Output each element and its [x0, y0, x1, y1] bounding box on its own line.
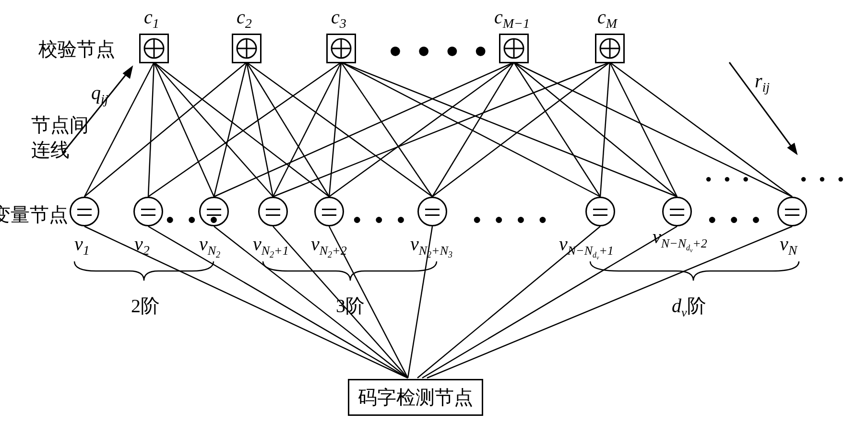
- svg-line-19: [514, 62, 600, 197]
- group-label-1: 2阶: [131, 293, 160, 319]
- check-node-label-4: cM−1: [494, 6, 530, 31]
- svg-line-2: [154, 62, 214, 197]
- svg-line-17: [329, 62, 514, 197]
- svg-line-14: [341, 62, 600, 197]
- check-node-4: [499, 34, 529, 63]
- check-node-label-2: c2: [237, 6, 252, 31]
- svg-line-15: [341, 62, 677, 197]
- check-node-5: [595, 34, 625, 63]
- svg-line-22: [273, 62, 610, 197]
- var-node-label-3: vN2: [199, 233, 220, 260]
- dots-var-1: ● ● ●: [166, 211, 223, 227]
- var-node-label-7: vN−Ndv+1: [559, 233, 614, 261]
- var-node-2: [133, 197, 163, 226]
- q-ij-label: qij: [91, 82, 108, 107]
- svg-line-34: [422, 226, 677, 378]
- var-node-6: [417, 197, 447, 226]
- dots-var-2: ● ● ●: [353, 211, 410, 227]
- var-node-4: [258, 197, 288, 226]
- svg-line-3: [154, 62, 273, 197]
- svg-line-25: [610, 62, 677, 197]
- svg-marker-37: [124, 67, 132, 78]
- svg-line-7: [247, 62, 273, 197]
- dots-check: ● ● ● ●: [389, 37, 492, 63]
- check-row-label: 校验节点: [38, 36, 115, 62]
- var-node-label-5: vN2+2: [311, 233, 347, 260]
- svg-line-4: [154, 62, 329, 197]
- svg-line-6: [214, 62, 247, 197]
- var-node-label-4: vN2+1: [253, 233, 289, 260]
- var-node-9: [777, 197, 807, 226]
- edge-label: 节点间 连线: [31, 113, 89, 163]
- check-node-label-3: c3: [331, 6, 346, 31]
- group-label-2: 3阶: [336, 293, 365, 319]
- dots-edge-1: ● ● ●: [705, 173, 754, 185]
- svg-line-5: [84, 62, 247, 197]
- svg-marker-39: [788, 144, 797, 153]
- svg-line-13: [341, 62, 432, 197]
- var-node-label-6: vN2+N3: [410, 233, 452, 260]
- check-node-1: [139, 34, 169, 63]
- var-node-7: [585, 197, 615, 226]
- var-node-5: [314, 197, 344, 226]
- svg-line-12: [329, 62, 341, 197]
- svg-line-23: [432, 62, 610, 197]
- group-label-3: dv阶: [672, 293, 706, 320]
- svg-line-18: [432, 62, 514, 197]
- var-node-label-8: vN−Ndv+2: [653, 225, 707, 254]
- svg-line-16: [214, 62, 514, 197]
- var-row-label: 变量节点: [0, 201, 68, 228]
- svg-line-20: [514, 62, 677, 197]
- var-node-label-9: vN: [780, 233, 797, 258]
- svg-line-8: [247, 62, 329, 197]
- svg-line-24: [600, 62, 610, 197]
- svg-line-9: [247, 62, 432, 197]
- check-node-label-1: c1: [144, 6, 159, 31]
- svg-line-1: [148, 62, 154, 197]
- svg-line-11: [273, 62, 341, 197]
- dots-edge-2: ● ● ●: [800, 173, 849, 185]
- var-node-8: [662, 197, 692, 226]
- var-node-label-2: v2: [134, 233, 150, 258]
- check-node-2: [232, 34, 262, 63]
- dots-var-3: ● ● ● ●: [473, 211, 552, 227]
- codeword-detection-node: 码字检测节点: [348, 379, 483, 416]
- check-node-3: [326, 34, 356, 63]
- r-ij-label: rij: [755, 70, 770, 95]
- var-node-1: [70, 197, 99, 226]
- var-node-label-1: v1: [74, 233, 90, 258]
- svg-line-10: [148, 62, 341, 197]
- dots-var-4: ● ● ●: [708, 211, 765, 227]
- check-node-label-5: cM: [597, 6, 617, 31]
